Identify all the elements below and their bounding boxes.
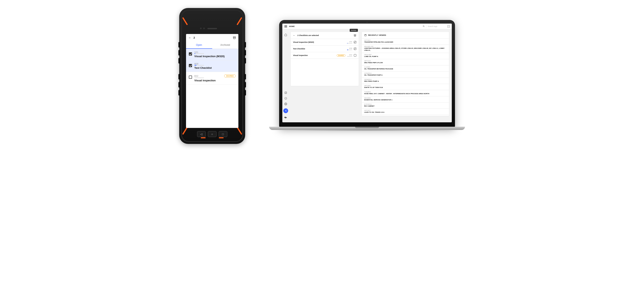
laptop-screen: HOME (282, 24, 452, 122)
tag-title: TRANSFER PIPELINE PIG LAUNCHER (364, 41, 446, 43)
back-arrow-icon[interactable]: ← (293, 34, 296, 37)
checklist-row[interactable]: Visual Inspection (M320)1/11 (291, 39, 359, 46)
left-rail (282, 29, 289, 122)
selected-count: 2 (194, 36, 195, 39)
tab-archived[interactable]: Archived (212, 42, 238, 49)
android-back-button[interactable]: ◁ (197, 131, 206, 137)
settings-icon[interactable] (284, 102, 288, 106)
tag-title: LUBE OIL PUMP A (364, 56, 446, 58)
tag-id: 29PA0001A (364, 79, 446, 80)
tag-id: 21PT1017 (364, 40, 446, 41)
recent-item[interactable]: 71SQ0013HOSE REEL EXT. CABINET - WATER -… (362, 90, 449, 96)
progress-bar (347, 43, 352, 44)
recent-item[interactable]: 29PG0001BLUBE OIL PUMP B (362, 115, 449, 116)
recent-item[interactable]: 83EG0001ESSENTIAL SERVICE GENERATOR 1 (362, 96, 449, 102)
checklist-row[interactable]: 4/19Test Checklist (186, 60, 238, 72)
tag-title: SRU FEED PMP A FLOW (364, 62, 446, 64)
checklist-row[interactable]: 0/12SHAREDVisual inspection (186, 72, 238, 84)
android-home-button[interactable]: ○ (208, 131, 216, 137)
checklist-row[interactable]: Test Checklist4/19 (291, 46, 359, 52)
checklist-title: Visual inspection (293, 54, 335, 56)
recent-item[interactable]: 29PSV3007LUBE OIL PUMP A (362, 53, 449, 59)
checkbox[interactable] (354, 54, 356, 56)
svg-point-4 (285, 104, 286, 104)
checklist-title: Visual inspection (194, 79, 236, 82)
fullscreen-icon[interactable] (448, 25, 450, 28)
phone-checklist-list: 1/11Visual Inspection (M320)4/19Test Che… (186, 49, 238, 84)
rugged-phone-mockup: ◁ ○ □ ← 2 Open Archived 1/11Visual Inspe… (179, 8, 245, 144)
svg-point-1 (423, 26, 424, 27)
progress-count: 1/11 (194, 51, 198, 53)
tag-id: 21PA0001A (364, 72, 446, 74)
tag-id: 83EG0001 (364, 97, 446, 99)
archive-icon[interactable] (354, 34, 356, 37)
calendar-icon (364, 34, 367, 36)
recent-item[interactable]: 29PT3502S/WTR TO UF TWIN FLW (362, 84, 449, 90)
recent-item[interactable]: 83EL0951-202LIGHTING FIXTURES - JOGGING … (362, 45, 449, 53)
tag-title: LIGHTING FIXTURES - JOGGING AREA L500-25… (364, 47, 446, 51)
tag-id: 71SQ0013 (364, 91, 446, 92)
android-recents-button[interactable]: □ (218, 131, 228, 137)
archive-icon[interactable] (233, 36, 236, 39)
checkbox[interactable] (189, 64, 192, 67)
search-icon[interactable] (422, 25, 425, 28)
add-fab[interactable] (283, 108, 288, 113)
shared-badge: SHARED (337, 54, 346, 56)
back-arrow-icon[interactable]: ← (188, 36, 192, 40)
info-icon[interactable] (284, 96, 288, 100)
top-bar: HOME (282, 24, 452, 29)
checklist-title: Visual Inspection (M320) (194, 55, 236, 58)
checklist-title: Test Checklist (194, 66, 236, 69)
shared-badge: SHARED (224, 74, 236, 78)
checkbox[interactable] (189, 52, 192, 56)
progress-bar (194, 78, 204, 78)
progress-bar (347, 50, 352, 50)
checklist-icon[interactable] (284, 91, 288, 94)
tag-title: LAUN TO OIL TRANS LN A (364, 111, 446, 113)
progress-bar (347, 56, 352, 57)
phone-screen: ← 2 Open Archived 1/11Visual Inspection … (186, 34, 238, 128)
recent-item[interactable]: 21PA0001AOIL TRANSFER PUMP A (362, 72, 449, 78)
tag-title: OIL TRANSFER PUMP A (364, 74, 446, 76)
recent-item[interactable]: 21JZ0001OIL TRANSFER METERING PACKAGE (362, 65, 449, 72)
search-box (422, 25, 446, 28)
svg-rect-6 (364, 34, 366, 36)
progress-count: 0/12 (194, 75, 198, 77)
search-input[interactable] (428, 25, 446, 28)
svg-rect-0 (233, 37, 236, 38)
progress-count: 1/11 (349, 41, 352, 42)
recent-item[interactable]: 29PT3153SRU FEED PMP A FLOW (362, 59, 449, 65)
tag-title: RIO CABINET (364, 105, 446, 107)
phone-nav-buttons: ◁ ○ □ (197, 131, 228, 137)
checkbox[interactable] (354, 41, 356, 43)
progress-count: 4/19 (194, 63, 198, 65)
home-icon[interactable] (284, 33, 288, 36)
progress-bar (194, 65, 204, 66)
tag-title: OIL TRANSFER METERING PACKAGE (364, 68, 446, 70)
progress-count: 4/19 (349, 47, 352, 49)
checklists-card-header: ← 2 Checklists are selected (291, 32, 359, 39)
svg-rect-5 (354, 34, 356, 35)
recent-item[interactable]: 21PT1077LAUN TO OIL TRANS LN A (362, 109, 449, 115)
checklist-row[interactable]: 1/11Visual Inspection (M320) (186, 49, 238, 60)
recent-item[interactable]: 29PA0001ASRU FEED PUMP A (362, 78, 449, 84)
checkbox[interactable] (189, 76, 192, 79)
svg-rect-2 (285, 92, 286, 94)
recently-viewed-header: RECENTLY VIEWED (362, 32, 449, 38)
menu-icon[interactable] (284, 26, 287, 28)
tag-title: ESSENTIAL SERVICE GENERATOR 1 (364, 99, 446, 101)
tag-id: 83EL0951-202 (364, 46, 446, 47)
app-logo-icon (284, 116, 288, 120)
laptop-mockup: HOME (269, 20, 465, 148)
breadcrumb: HOME (289, 26, 295, 28)
recent-item[interactable]: 21PT1017TRANSFER PIPELINE PIG LAUNCHER (362, 38, 449, 45)
progress-bar (194, 53, 204, 54)
checklist-row[interactable]: Visual inspectionSHARED0/12 (291, 52, 359, 59)
tag-id: 87JF4041Q (364, 104, 446, 105)
recent-item[interactable]: 87JF4041QRIO CABINET (362, 102, 449, 109)
checkbox[interactable] (354, 48, 356, 50)
recently-viewed-list: 21PT1017TRANSFER PIPELINE PIG LAUNCHER83… (362, 38, 449, 116)
phone-header-bar: ← 2 (186, 34, 238, 42)
tab-open[interactable]: Open (186, 42, 212, 49)
content-area: Archive ← 2 Checklists are selected Visu… (289, 29, 452, 122)
